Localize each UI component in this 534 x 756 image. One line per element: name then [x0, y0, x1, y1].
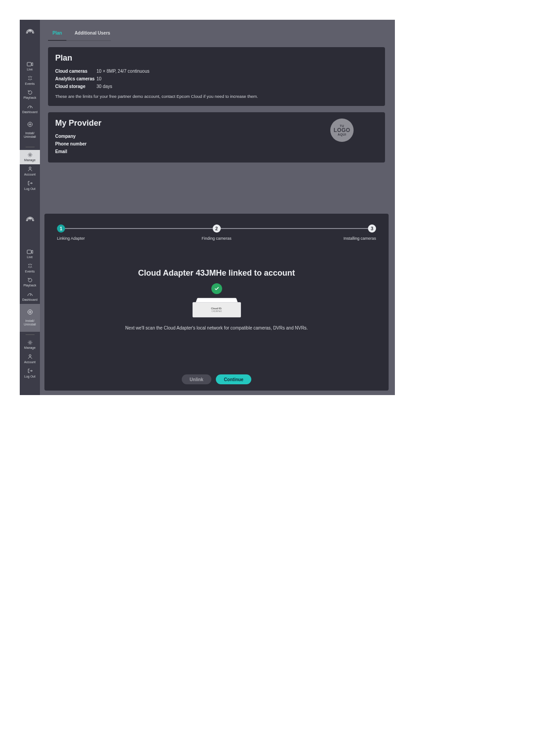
provider-card: My Provider Company Phone number Email T…: [48, 112, 385, 163]
svg-point-6: [29, 167, 31, 169]
step-line: [65, 228, 213, 229]
provider-logo-placeholder: TU LOGO AQUI: [330, 119, 354, 142]
logout-icon: [20, 180, 40, 186]
plan-row: Analytics cameras 10: [55, 75, 378, 83]
continue-button[interactable]: Continue: [216, 374, 251, 384]
sidebar-item-label: Log Out: [20, 187, 40, 191]
gauge-icon: [20, 104, 40, 110]
sidebar-item-account[interactable]: Account: [20, 164, 40, 179]
wizard-card: 1 2 3 Linking Adapter Finding cameras In…: [44, 214, 389, 391]
user-icon: [20, 354, 40, 360]
provider-row: Phone number: [55, 140, 306, 148]
sidebar-item-install[interactable]: Install/ Uninstall: [20, 116, 40, 144]
tab-additional-users[interactable]: Additional Users: [70, 27, 114, 41]
sidebar-item-label: Playback: [20, 96, 40, 100]
svg-point-13: [29, 355, 31, 356]
svg-rect-0: [27, 62, 31, 66]
sidebar-divider: [26, 334, 35, 335]
camera-icon: [20, 61, 40, 67]
sidebar-item-label: Account: [20, 173, 40, 176]
provider-row: Email: [55, 148, 306, 155]
playback-icon: [20, 277, 40, 283]
sidebar-item-label: Events: [20, 82, 40, 86]
sidebar-item-manage[interactable]: Manage: [20, 338, 40, 352]
adapter-id: C43JMHe3: [211, 310, 222, 312]
step-label: Finding cameras: [190, 236, 244, 241]
sidebar-item-label: Playback: [20, 284, 40, 287]
brand-logo: [25, 214, 35, 224]
adapter-label: Cloud ID:: [211, 307, 222, 310]
sidebar-item-install[interactable]: Install/ Uninstall: [20, 304, 40, 332]
svg-line-1: [30, 106, 31, 108]
svg-point-5: [29, 154, 31, 156]
camera-icon: [20, 249, 40, 255]
sidebar-item-live[interactable]: Live: [20, 247, 40, 261]
plus-circle-icon: [20, 309, 40, 315]
provider-key: Email: [55, 148, 96, 155]
sidebar-item-account[interactable]: Account: [20, 352, 40, 366]
wizard-heading: Cloud Adapter 43JMHe linked to account: [57, 268, 376, 278]
sidebar-item-playback[interactable]: Playback: [20, 275, 40, 290]
provider-row: Company: [55, 132, 306, 140]
svg-point-12: [29, 342, 31, 343]
step-line: [221, 228, 368, 229]
stepper: 1 2 3: [57, 224, 376, 233]
unlink-button[interactable]: Unlink: [182, 374, 212, 384]
check-circle-icon: [211, 283, 222, 294]
plan-card: Plan Cloud cameras 10 × 8MP, 24/7 contin…: [48, 47, 385, 106]
provider-key: Phone number: [55, 140, 96, 148]
tabs: Plan Additional Users: [44, 24, 389, 41]
sidebar-item-events[interactable]: Events: [20, 261, 40, 276]
sidebar-item-dashboard[interactable]: Dashboard: [20, 290, 40, 304]
sidebar-item-label: Log Out: [20, 375, 40, 378]
provider-title: My Provider: [55, 119, 306, 128]
logo-line: AQUI: [337, 133, 346, 136]
sidebar: Live Events Playback Dashboard Install/ …: [20, 20, 40, 207]
sidebar-item-events[interactable]: Events: [20, 74, 40, 88]
plan-key: Analytics cameras: [55, 75, 96, 83]
sidebar-item-manage[interactable]: Manage: [20, 150, 40, 164]
plan-note: These are the limits for your free partn…: [55, 94, 378, 99]
sidebar-item-live[interactable]: Live: [20, 59, 40, 74]
step-label: Installing cameras: [322, 236, 376, 241]
sidebar-item-logout[interactable]: Log Out: [20, 366, 40, 381]
user-icon: [20, 166, 40, 172]
sidebar-item-label: Manage: [20, 346, 40, 350]
sidebar: Live Events Playback Dashboard Install/ …: [20, 207, 40, 395]
sidebar-item-label: Install/ Uninstall: [20, 132, 40, 138]
gear-icon: [20, 339, 40, 345]
sidebar-item-label: Live: [20, 68, 40, 71]
plan-row: Cloud cameras 10 × 8MP, 24/7 continuous: [55, 67, 378, 75]
sidebar-item-label: Account: [20, 360, 40, 364]
sidebar-divider: [26, 147, 35, 147]
plan-value: 10 × 8MP, 24/7 continuous: [96, 67, 149, 75]
gear-icon: [20, 152, 40, 158]
step-dot-1: 1: [57, 224, 65, 233]
sidebar-item-label: Live: [20, 255, 40, 259]
tab-plan[interactable]: Plan: [48, 27, 66, 41]
plan-value: 10: [96, 75, 101, 83]
sidebar-item-label: Dashboard: [20, 298, 40, 302]
plus-circle-icon: [20, 121, 40, 127]
brand-logo: [25, 26, 35, 37]
plan-row: Cloud storage 30 days: [55, 83, 378, 90]
plan-title: Plan: [55, 53, 378, 63]
sidebar-item-label: Install/ Uninstall: [20, 319, 40, 326]
provider-key: Company: [55, 132, 96, 140]
logo-line: LOGO: [334, 127, 350, 133]
sidebar-item-label: Events: [20, 270, 40, 273]
logout-icon: [20, 368, 40, 374]
sidebar-item-logout[interactable]: Log Out: [20, 179, 40, 193]
events-icon: [20, 75, 40, 81]
plan-key: Cloud cameras: [55, 67, 96, 75]
svg-line-8: [30, 294, 31, 296]
sidebar-item-playback[interactable]: Playback: [20, 88, 40, 102]
adapter-image: Cloud ID: C43JMHe3: [193, 297, 241, 317]
sidebar-item-dashboard[interactable]: Dashboard: [20, 102, 40, 116]
playback-icon: [20, 89, 40, 95]
step-labels: Linking Adapter Finding cameras Installi…: [57, 236, 376, 241]
step-dot-2: 2: [213, 224, 221, 233]
sidebar-item-label: Manage: [20, 158, 40, 162]
wizard-subtext: Next we'll scan the Cloud Adapter's loca…: [57, 325, 376, 330]
plan-value: 30 days: [96, 83, 112, 90]
